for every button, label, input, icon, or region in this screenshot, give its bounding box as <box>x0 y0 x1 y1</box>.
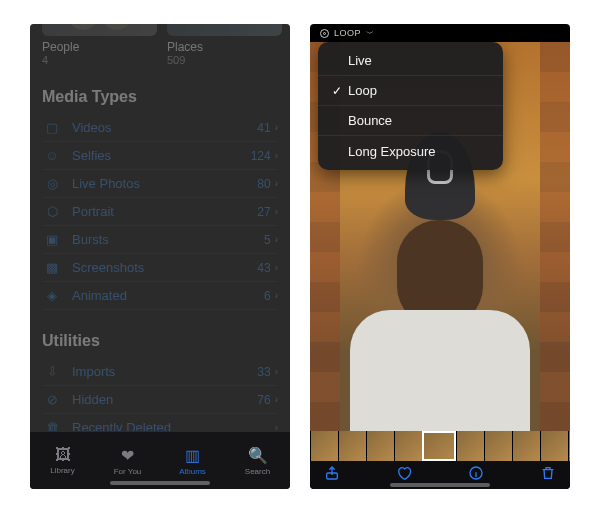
row-hidden[interactable]: ⊘ Hidden 76 › <box>42 386 278 414</box>
portrait-icon: ⬡ <box>42 204 62 219</box>
photo-viewer-screen: LOOP ﹀ Live ✓ Loop Bounce <box>310 24 570 489</box>
chevron-right-icon: › <box>275 178 278 189</box>
selfie-icon: ☺ <box>42 148 62 163</box>
people-count: 4 <box>42 54 157 66</box>
row-label: Live Photos <box>72 176 257 191</box>
row-bursts[interactable]: ▣ Bursts 5 › <box>42 226 278 254</box>
heart-icon[interactable] <box>396 465 412 481</box>
places-label: Places <box>167 40 282 54</box>
menu-item-label: Long Exposure <box>348 144 489 159</box>
menu-item-live[interactable]: Live <box>318 46 503 76</box>
chevron-right-icon: › <box>275 234 278 245</box>
row-label: Portrait <box>72 204 257 219</box>
hidden-icon: ⊘ <box>42 392 62 407</box>
home-indicator[interactable] <box>110 481 210 485</box>
row-selfies[interactable]: ☺ Selfies 124 › <box>42 142 278 170</box>
tab-search[interactable]: 🔍 Search <box>225 432 290 489</box>
live-effect-menu: Live ✓ Loop Bounce Long Exposure <box>318 42 503 170</box>
row-animated[interactable]: ◈ Animated 6 › <box>42 282 278 310</box>
foryou-icon: ❤ <box>121 446 134 465</box>
places-thumb <box>167 24 282 36</box>
menu-item-loop[interactable]: ✓ Loop <box>318 76 503 106</box>
row-label: Imports <box>72 364 257 379</box>
trash-icon[interactable] <box>540 465 556 481</box>
menu-item-label: Bounce <box>348 113 489 128</box>
places-album[interactable]: Places 509 <box>167 24 282 66</box>
people-places-row: People 4 Places 509 <box>42 24 278 66</box>
row-portrait[interactable]: ⬡ Portrait 27 › <box>42 198 278 226</box>
chevron-right-icon: › <box>275 122 278 133</box>
row-label: Screenshots <box>72 260 257 275</box>
row-count: 80 <box>257 177 270 191</box>
people-album[interactable]: People 4 <box>42 24 157 66</box>
row-count: 41 <box>257 121 270 135</box>
albums-screen: People 4 Places 509 Media Types ▢ Videos… <box>30 24 290 489</box>
videocam-icon: ▢ <box>42 120 62 135</box>
tab-label: Albums <box>179 467 206 476</box>
livephoto-icon: ◎ <box>42 176 62 191</box>
chevron-right-icon: › <box>275 262 278 273</box>
row-count: 76 <box>257 393 270 407</box>
search-icon: 🔍 <box>248 446 268 465</box>
chevron-right-icon: › <box>275 150 278 161</box>
menu-item-label: Loop <box>348 83 489 98</box>
chevron-right-icon: › <box>275 290 278 301</box>
tab-label: Library <box>50 466 74 475</box>
menu-item-label: Live <box>348 53 489 68</box>
row-count: 5 <box>264 233 271 247</box>
livephoto-icon <box>320 29 329 38</box>
badge-label: LOOP <box>334 28 361 38</box>
people-label: People <box>42 40 157 54</box>
row-label: Videos <box>72 120 257 135</box>
places-count: 509 <box>167 54 282 66</box>
checkmark-icon: ✓ <box>332 84 348 98</box>
tab-label: Search <box>245 467 270 476</box>
row-imports[interactable]: ⇩ Imports 33 › <box>42 358 278 386</box>
menu-item-long-exposure[interactable]: Long Exposure <box>318 136 503 166</box>
row-count: 43 <box>257 261 270 275</box>
chevron-down-icon: ﹀ <box>366 28 375 39</box>
tab-label: For You <box>114 467 142 476</box>
utilities-header: Utilities <box>42 332 278 350</box>
chevron-right-icon: › <box>275 206 278 217</box>
media-types-header: Media Types <box>42 88 278 106</box>
tab-bar: 🖼 Library ❤ For You ▥ Albums 🔍 Search <box>30 431 290 489</box>
viewer-bottom-bar <box>310 431 570 489</box>
tab-library[interactable]: 🖼 Library <box>30 432 95 489</box>
screenshot-icon: ▩ <box>42 260 62 275</box>
row-label: Animated <box>72 288 264 303</box>
row-label: Bursts <box>72 232 264 247</box>
live-photo-badge[interactable]: LOOP ﹀ <box>310 24 570 42</box>
row-screenshots[interactable]: ▩ Screenshots 43 › <box>42 254 278 282</box>
chevron-right-icon: › <box>275 394 278 405</box>
library-icon: 🖼 <box>55 446 71 464</box>
home-indicator[interactable] <box>390 483 490 487</box>
info-icon[interactable] <box>468 465 484 481</box>
row-label: Hidden <box>72 392 257 407</box>
import-icon: ⇩ <box>42 364 62 379</box>
row-count: 27 <box>257 205 270 219</box>
menu-item-bounce[interactable]: Bounce <box>318 106 503 136</box>
row-label: Selfies <box>72 148 251 163</box>
filmstrip[interactable] <box>310 431 570 461</box>
row-count: 33 <box>257 365 270 379</box>
people-thumb <box>42 24 157 36</box>
row-count: 124 <box>251 149 271 163</box>
albums-icon: ▥ <box>185 446 200 465</box>
animated-icon: ◈ <box>42 288 62 303</box>
chevron-right-icon: › <box>275 366 278 377</box>
row-count: 6 <box>264 289 271 303</box>
row-live-photos[interactable]: ◎ Live Photos 80 › <box>42 170 278 198</box>
row-videos[interactable]: ▢ Videos 41 › <box>42 114 278 142</box>
filmstrip-current[interactable] <box>422 431 456 461</box>
burst-icon: ▣ <box>42 232 62 247</box>
share-icon[interactable] <box>324 465 340 481</box>
